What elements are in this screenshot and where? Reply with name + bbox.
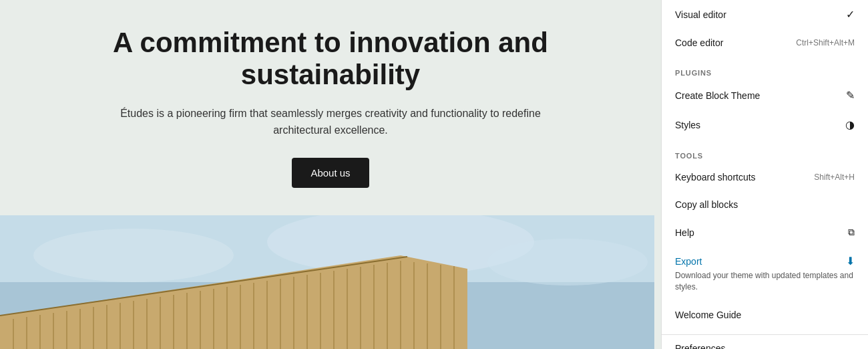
create-block-theme-label: Create Block Theme bbox=[675, 90, 841, 101]
svg-point-2 bbox=[33, 229, 234, 282]
help-item[interactable]: Help ⧉ bbox=[662, 219, 868, 247]
export-item[interactable]: Export ⬇ Download your theme with update… bbox=[662, 247, 868, 302]
copy-all-blocks-item[interactable]: Copy all blocks bbox=[662, 191, 868, 219]
visual-editor-check-icon: ✓ bbox=[846, 8, 855, 21]
code-editor-item[interactable]: Code editor Ctrl+Shift+Alt+M bbox=[662, 29, 868, 57]
keyboard-shortcuts-shortcut: Shift+Alt+H bbox=[814, 172, 855, 182]
keyboard-shortcuts-label: Keyboard shortcuts bbox=[675, 172, 814, 183]
keyboard-shortcuts-item[interactable]: Keyboard shortcuts Shift+Alt+H bbox=[662, 164, 868, 191]
tools-section-label: TOOLS bbox=[662, 145, 868, 164]
code-editor-shortcut: Ctrl+Shift+Alt+M bbox=[796, 38, 855, 47]
export-top: Export ⬇ bbox=[675, 255, 855, 267]
building-image bbox=[0, 215, 654, 349]
help-external-icon: ⧉ bbox=[848, 227, 855, 238]
create-block-theme-icon: ✎ bbox=[846, 89, 855, 102]
styles-item[interactable]: Styles ◑ bbox=[662, 110, 868, 140]
hero-title: A commitment to innovation and sustainab… bbox=[97, 27, 564, 92]
styles-label: Styles bbox=[675, 120, 840, 130]
about-us-button[interactable]: About us bbox=[292, 158, 369, 188]
visual-editor-item[interactable]: Visual editor ✓ bbox=[662, 0, 868, 29]
export-description: Download your theme with updated templat… bbox=[675, 270, 855, 293]
styles-icon: ◑ bbox=[845, 118, 855, 131]
create-block-theme-item[interactable]: Create Block Theme ✎ bbox=[662, 81, 868, 110]
copy-all-blocks-label: Copy all blocks bbox=[675, 199, 855, 210]
welcome-guide-label: Welcome Guide bbox=[675, 310, 855, 320]
svg-point-4 bbox=[487, 239, 648, 285]
dropdown-menu: Visual editor ✓ Code editor Ctrl+Shift+A… bbox=[661, 0, 868, 349]
export-label: Export bbox=[675, 256, 702, 267]
page-content: A commitment to innovation and sustainab… bbox=[0, 0, 661, 349]
welcome-guide-item[interactable]: Welcome Guide bbox=[662, 302, 868, 329]
visual-editor-label: Visual editor bbox=[675, 9, 846, 20]
building-svg bbox=[0, 215, 654, 349]
export-download-icon: ⬇ bbox=[846, 255, 855, 267]
hero-section: A commitment to innovation and sustainab… bbox=[97, 27, 564, 208]
preferences-item[interactable]: Preferences bbox=[662, 334, 868, 349]
code-editor-label: Code editor bbox=[675, 37, 796, 48]
help-label: Help bbox=[675, 227, 843, 238]
preferences-label: Preferences bbox=[675, 343, 855, 349]
hero-subtitle: Études is a pioneering firm that seamles… bbox=[97, 105, 564, 139]
plugins-section-label: PLUGINS bbox=[662, 62, 868, 81]
